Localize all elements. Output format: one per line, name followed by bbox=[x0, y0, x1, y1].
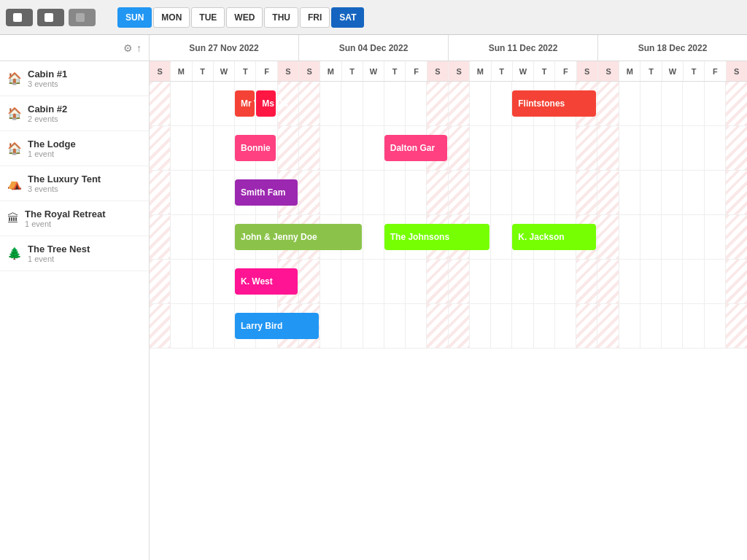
home-icon: 🏠 bbox=[7, 71, 22, 85]
day-header-26: F bbox=[705, 61, 726, 81]
sidebar-item-luxury[interactable]: ⛺ The Luxury Tent 3 events bbox=[0, 166, 149, 201]
grid-cell-4-2 bbox=[193, 260, 214, 303]
event-luxury-1[interactable]: The Johnsons bbox=[384, 224, 489, 250]
day-header-12: F bbox=[406, 61, 427, 81]
event-cabin2-1[interactable]: Dalton Gar bbox=[384, 135, 447, 161]
event-cabin1-1[interactable]: Ms Da bbox=[256, 90, 276, 117]
grid-cell-0-12 bbox=[406, 82, 427, 125]
day-btn-sun[interactable]: SUN bbox=[117, 7, 152, 28]
grid-cell-2-16 bbox=[491, 171, 512, 214]
grid-cell-2-3 bbox=[214, 171, 235, 214]
grid-cell-4-11 bbox=[384, 260, 406, 303]
grid-cell-5-11 bbox=[384, 304, 406, 348]
day-btn-sat[interactable]: SAT bbox=[331, 7, 364, 28]
sidebar: ⚙ ↑ 🏠 Cabin #1 3 events 🏠 Cabin #2 2 eve… bbox=[0, 35, 150, 560]
day-header-17: W bbox=[513, 61, 534, 81]
sidebar-header-icons: ⚙ ↑ bbox=[123, 42, 142, 54]
grid-cell-3-0 bbox=[150, 215, 171, 259]
sidebar-item-cabin1[interactable]: 🏠 Cabin #1 3 events bbox=[0, 61, 149, 96]
grid-cell-1-2 bbox=[193, 126, 214, 170]
grid-cell-2-18 bbox=[534, 171, 555, 214]
grid-cell-2-27 bbox=[726, 171, 747, 214]
grid-cell-5-14 bbox=[449, 304, 470, 348]
sidebar-item-royal[interactable]: 🏛 The Royal Retreat 1 event bbox=[0, 201, 149, 236]
sidebar-item-treenest[interactable]: 🌲 The Tree Nest 1 event bbox=[0, 236, 149, 271]
grid-cell-5-20 bbox=[576, 304, 597, 348]
grid-cell-5-1 bbox=[171, 304, 192, 348]
grid-cell-1-21 bbox=[597, 126, 619, 170]
grid-cell-5-13 bbox=[427, 304, 448, 348]
grid-cell-5-24 bbox=[662, 304, 683, 348]
day-header-5: F bbox=[256, 61, 277, 81]
grid-cell-3-24 bbox=[662, 215, 683, 259]
grid-cell-2-15 bbox=[470, 171, 491, 214]
grid-cell-5-0 bbox=[150, 304, 171, 348]
resource-row-royal: K. West bbox=[150, 260, 747, 304]
event-treenest-0[interactable]: Larry Bird bbox=[235, 313, 319, 339]
day-header-8: M bbox=[320, 61, 341, 81]
grid-cell-1-3 bbox=[214, 126, 235, 170]
grid-cell-4-9 bbox=[341, 260, 363, 303]
tent-icon: ⛺ bbox=[7, 176, 22, 190]
event-cabin1-0[interactable]: Mr Wo bbox=[235, 90, 255, 117]
custom-styling-checkbox bbox=[13, 13, 22, 22]
grid-cell-5-23 bbox=[640, 304, 662, 348]
grid-cell-1-8 bbox=[320, 126, 341, 170]
day-header-1: M bbox=[171, 61, 192, 81]
grid-cell-1-17 bbox=[512, 126, 533, 170]
grid-cell-4-0 bbox=[150, 260, 171, 303]
event-luxury-0[interactable]: John & Jenny Doe bbox=[235, 224, 362, 250]
grid-cell-1-9 bbox=[341, 126, 363, 170]
day-btn-wed[interactable]: WED bbox=[226, 7, 263, 28]
event-royal-0[interactable]: K. West bbox=[235, 268, 298, 295]
resource-events-cabin1: 3 events bbox=[28, 79, 67, 88]
day-btn-thu[interactable]: THU bbox=[264, 7, 298, 28]
day-btn-mon[interactable]: MON bbox=[153, 7, 190, 28]
grid-cell-5-19 bbox=[555, 304, 576, 348]
grid-cell-5-18 bbox=[534, 304, 555, 348]
grid-cell-2-19 bbox=[555, 171, 576, 214]
week-headers: Sun 27 Nov 2022Sun 04 Dec 2022Sun 11 Dec… bbox=[150, 35, 747, 61]
sidebar-item-lodge[interactable]: 🏠 The Lodge 1 event bbox=[0, 131, 149, 166]
event-cabin2-0[interactable]: Bonnie bbox=[235, 135, 276, 161]
day-header-3: W bbox=[214, 61, 235, 81]
settings-icon[interactable]: ⚙ bbox=[123, 42, 133, 54]
grid-cell-2-12 bbox=[406, 171, 427, 214]
grid-cell-4-3 bbox=[214, 260, 235, 303]
day-headers: SMTWTFSSMTWTFSSMTWTFSSMTWTFS bbox=[150, 61, 747, 82]
day-header-20: S bbox=[577, 61, 598, 81]
grid-cell-4-20 bbox=[576, 260, 597, 303]
grid-cell-5-21 bbox=[597, 304, 619, 348]
grid-cell-4-15 bbox=[470, 260, 491, 303]
grid-cell-1-6 bbox=[278, 126, 299, 170]
resource-name-royal: The Royal Retreat bbox=[25, 209, 106, 219]
calendar-area: Sun 27 Nov 2022Sun 04 Dec 2022Sun 11 Dec… bbox=[150, 35, 747, 560]
grid-cell-3-27 bbox=[726, 215, 747, 259]
day-header-15: M bbox=[470, 61, 491, 81]
shade-bars-icon bbox=[76, 13, 85, 22]
grid-cell-1-16 bbox=[491, 126, 512, 170]
sort-icon[interactable]: ↑ bbox=[136, 42, 142, 54]
custom-styling-button[interactable] bbox=[6, 9, 33, 26]
grid-cell-0-10 bbox=[363, 82, 384, 125]
event-luxury-2[interactable]: K. Jackson bbox=[512, 224, 596, 250]
display-ranges-button[interactable] bbox=[37, 9, 64, 26]
day-btn-fri[interactable]: FRI bbox=[300, 7, 330, 28]
day-btn-tue[interactable]: TUE bbox=[191, 7, 225, 28]
grid-cell-5-3 bbox=[214, 304, 235, 348]
grid-cell-4-13 bbox=[427, 260, 448, 303]
day-selector: SUN MON TUE WED THU FRI SAT bbox=[117, 7, 364, 28]
sidebar-item-cabin2[interactable]: 🏠 Cabin #2 2 events bbox=[0, 96, 149, 131]
grid-cell-2-0 bbox=[150, 171, 171, 214]
main-layout: ⚙ ↑ 🏠 Cabin #1 3 events 🏠 Cabin #2 2 eve… bbox=[0, 35, 747, 560]
grid-cell-3-23 bbox=[640, 215, 662, 259]
event-cabin1-2[interactable]: Flintstones bbox=[512, 90, 596, 117]
resource-name-treenest: The Tree Nest bbox=[28, 244, 90, 254]
grid-cell-2-24 bbox=[662, 171, 683, 214]
day-header-25: T bbox=[684, 61, 705, 81]
grid-cell-0-13 bbox=[427, 82, 448, 125]
event-lodge-0[interactable]: Smith Fam bbox=[235, 179, 298, 206]
grid-cell-5-17 bbox=[512, 304, 533, 348]
shade-bars-button[interactable] bbox=[69, 9, 96, 26]
grid-cell-3-22 bbox=[619, 215, 640, 259]
